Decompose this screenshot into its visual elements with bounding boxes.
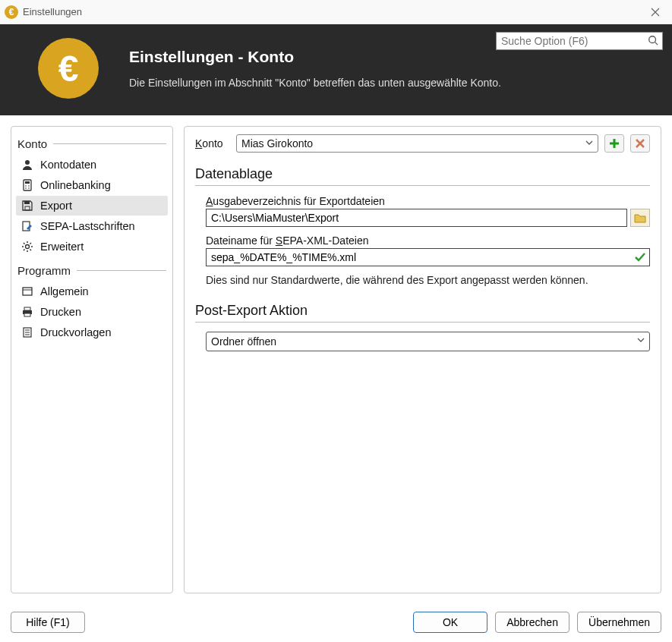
svg-point-12 <box>26 245 30 249</box>
sidebar-item-onlinebanking[interactable]: Onlinebanking <box>16 175 168 195</box>
sepa-filename-input-wrap <box>206 248 650 266</box>
add-konto-button[interactable] <box>604 134 624 153</box>
sidebar-item-label: Export <box>40 200 72 212</box>
svg-point-5 <box>25 185 27 187</box>
search-icon <box>648 35 658 46</box>
document-edit-icon <box>21 219 34 233</box>
sidebar-group-konto: Konto <box>17 137 166 150</box>
calculator-icon <box>21 178 34 192</box>
divider <box>195 185 650 186</box>
sidebar-item-label: Onlinebanking <box>40 179 111 191</box>
svg-rect-17 <box>24 313 30 316</box>
search-box[interactable] <box>496 32 663 50</box>
svg-rect-4 <box>25 181 30 184</box>
help-button[interactable]: Hilfe (F1) <box>11 612 85 633</box>
postexport-action-select[interactable]: Ordner öffnen <box>206 332 650 351</box>
sidebar-item-erweitert[interactable]: Erweitert <box>16 237 168 256</box>
footer: Hilfe (F1) OK Abbrechen Übernehmen <box>0 604 672 640</box>
template-icon <box>21 326 34 339</box>
konto-select[interactable]: Mias Girokonto <box>236 134 598 153</box>
sidebar-item-export[interactable]: Export <box>16 196 168 216</box>
page-subtitle: Die Einstellungen im Abschnitt "Konto" b… <box>129 77 501 89</box>
sidebar-group-programm: Programm <box>17 264 166 277</box>
section-postexport-title: Post-Export Aktion <box>195 303 650 319</box>
sepa-filename-label: Dateiname für SEPA-XML-Dateien <box>206 234 650 247</box>
window-icon <box>21 285 34 298</box>
header: € Einstellungen - Konto Die Einstellunge… <box>0 24 672 115</box>
sidebar-item-label: SEPA-Lastschriften <box>40 220 135 232</box>
search-input[interactable] <box>496 32 663 50</box>
sidebar-item-allgemein[interactable]: Allgemein <box>16 282 168 301</box>
konto-label: Konto <box>195 137 230 149</box>
sidebar-item-label: Drucken <box>40 306 81 318</box>
browse-folder-button[interactable] <box>630 209 650 227</box>
sidebar-item-label: Druckvorlagen <box>40 326 112 338</box>
svg-rect-10 <box>25 206 30 210</box>
apply-button[interactable]: Übernehmen <box>577 612 661 633</box>
main-panel: Konto Mias Girokonto Datenablage Ausgabe… <box>184 126 661 593</box>
plus-icon <box>608 137 620 149</box>
sidebar-group-label: Programm <box>17 264 71 277</box>
svg-line-1 <box>655 42 658 46</box>
section-datenablage-title: Datenablage <box>195 166 650 182</box>
cancel-button[interactable]: Abbrechen <box>495 612 569 633</box>
page-title: Einstellungen - Konto <box>129 48 501 66</box>
remove-konto-button[interactable] <box>630 134 650 153</box>
close-icon[interactable] <box>645 5 666 20</box>
svg-rect-13 <box>23 288 32 295</box>
save-icon <box>21 199 34 212</box>
window-title: Einstellungen <box>23 6 645 17</box>
svg-point-0 <box>649 36 656 43</box>
valid-check-icon <box>634 251 646 263</box>
gear-icon <box>21 240 34 253</box>
sidebar-item-druckvorlagen[interactable]: Druckvorlagen <box>16 323 168 342</box>
sidebar-item-drucken[interactable]: Drucken <box>16 302 168 322</box>
sepa-filename-input[interactable] <box>211 250 645 264</box>
svg-point-2 <box>25 160 30 165</box>
sidebar-item-label: Erweitert <box>40 241 84 253</box>
sidebar: Konto Kontodaten Onlinebanking Export <box>11 126 173 593</box>
konto-select-value: Mias Girokonto <box>241 137 313 149</box>
folder-icon <box>634 212 646 223</box>
export-dir-label: Ausgabeverzeichnis für Exportdateien <box>206 195 650 207</box>
sidebar-item-kontodaten[interactable]: Kontodaten <box>16 155 168 175</box>
svg-point-6 <box>28 185 30 187</box>
sidebar-item-label: Allgemein <box>40 285 89 297</box>
sidebar-group-label: Konto <box>17 137 47 150</box>
titlebar: € Einstellungen <box>0 0 672 24</box>
svg-point-8 <box>28 187 30 189</box>
divider <box>195 322 650 323</box>
svg-rect-15 <box>24 307 30 310</box>
svg-point-7 <box>25 187 27 189</box>
x-icon <box>635 138 645 149</box>
user-icon <box>21 158 34 172</box>
app-icon: € <box>5 5 18 19</box>
chevron-down-icon <box>585 139 593 146</box>
chevron-down-icon <box>637 336 645 344</box>
sidebar-item-label: Kontodaten <box>40 159 96 171</box>
sidebar-item-sepa[interactable]: SEPA-Lastschriften <box>16 216 168 236</box>
postexport-action-value: Ordner öffnen <box>211 335 276 348</box>
printer-icon <box>21 305 34 319</box>
ok-button[interactable]: OK <box>413 612 487 633</box>
export-dir-input[interactable] <box>211 211 622 225</box>
euro-icon: € <box>38 38 99 99</box>
export-dir-input-wrap <box>206 209 627 227</box>
svg-rect-9 <box>24 201 30 204</box>
hint-text: Dies sind nur Standardwerte, die während… <box>206 274 650 286</box>
